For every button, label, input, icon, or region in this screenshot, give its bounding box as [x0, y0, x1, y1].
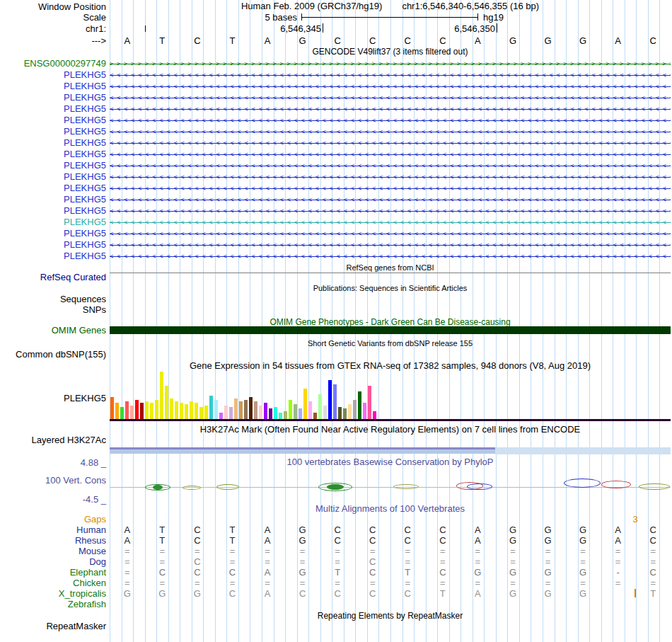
alignment-row-chicken[interactable]: Chicken================	[0, 578, 672, 588]
gene-strand-body[interactable]: <<<<<<<<<<<<<<<<<<<<<<<<<<<<<<<<<<<<<<<<…	[110, 126, 671, 137]
gene-label[interactable]: PLEKHG5	[0, 239, 106, 251]
repeatmasker-track-title[interactable]: Repeating Elements by RepeatMasker	[110, 611, 671, 621]
alignment-base: =	[601, 556, 636, 567]
gene-row-plekhg5[interactable]: PLEKHG5<<<<<<<<<<<<<<<<<<<<<<<<<<<<<<<<<…	[0, 205, 672, 217]
species-label[interactable]: Chicken	[0, 578, 106, 588]
gtex-gene-label[interactable]: PLEKHG5	[0, 393, 106, 403]
phylop-track-label[interactable]: 100 Vert. Cons	[0, 475, 106, 486]
gencode-track-title[interactable]: GENCODE V49lift37 (3 items filtered out)	[110, 47, 671, 57]
alignment-row-rhesus[interactable]: RhesusATCTAGCCCCAGGGAC	[0, 535, 672, 546]
gene-row-plekhg5[interactable]: PLEKHG5<<<<<<<<<<<<<<<<<<<<<<<<<<<<<<<<<…	[0, 228, 672, 239]
reference-base: T	[215, 35, 250, 47]
gene-strand-body[interactable]: <<<<<<<<<<<<<<<<<<<<<<<<<<<<<<<<<<<<<<<<…	[110, 239, 671, 251]
gene-row-plekhg5[interactable]: PLEKHG5<<<<<<<<<<<<<<<<<<<<<<<<<<<<<<<<<…	[0, 149, 672, 160]
alignment-row-elephant[interactable]: Elephant=CCCAGTCTCGGGG-C	[0, 567, 672, 578]
gene-label[interactable]: PLEKHG5	[0, 160, 106, 171]
gene-row-plekhg5[interactable]: PLEKHG5<<<<<<<<<<<<<<<<<<<<<<<<<<<<<<<<<…	[0, 239, 672, 251]
gene-label[interactable]: PLEKHG5	[0, 183, 106, 194]
refseq-dense-item[interactable]	[110, 273, 671, 273]
gene-label[interactable]: PLEKHG5	[0, 126, 106, 137]
species-label[interactable]: Human	[0, 525, 106, 535]
gene-label[interactable]: PLEKHG5	[0, 228, 106, 239]
gene-label[interactable]: PLEKHG5	[0, 92, 106, 103]
gene-strand-body[interactable]: <<<<<<<<<<<<<<<<<<<<<<<<<<<<<<<<<<<<<<<<…	[110, 183, 671, 194]
gene-strand-body[interactable]: <<<<<<<<<<<<<<<<<<<<<<<<<<<<<<<<<<<<<<<<…	[110, 194, 671, 205]
omim-genes-label[interactable]: OMIM Genes	[0, 325, 106, 336]
gene-row-plekhg5[interactable]: PLEKHG5<<<<<<<<<<<<<<<<<<<<<<<<<<<<<<<<<…	[0, 81, 672, 92]
gene-strand-body[interactable]: <<<<<<<<<<<<<<<<<<<<<<<<<<<<<<<<<<<<<<<<…	[110, 137, 671, 149]
species-label[interactable]: Zebrafish	[0, 599, 106, 609]
multiz-track-title[interactable]: Multiz Alignments of 100 Vertebrates	[110, 504, 671, 514]
species-label[interactable]: Mouse	[0, 546, 106, 556]
gene-strand-body[interactable]: <<<<<<<<<<<<<<<<<<<<<<<<<<<<<<<<<<<<<<<<…	[110, 217, 671, 228]
gene-row-plekhg5[interactable]: PLEKHG5<<<<<<<<<<<<<<<<<<<<<<<<<<<<<<<<<…	[0, 103, 672, 115]
gene-label[interactable]: PLEKHG5	[0, 149, 106, 160]
gtex-track-title[interactable]: Gene Expression in 54 tissues from GTEx …	[110, 361, 671, 371]
gene-label[interactable]: ENSG00000297749	[0, 58, 106, 69]
snps-track-label[interactable]: SNPs	[0, 304, 106, 315]
gene-row-plekhg5[interactable]: PLEKHG5<<<<<<<<<<<<<<<<<<<<<<<<<<<<<<<<<…	[0, 92, 672, 103]
gene-strand-body[interactable]: >>>>>>>>>>>>>>>>>>>>>>>>>>>>>>>>>>>>>>>>…	[110, 58, 671, 69]
alignment-row-zebrafish[interactable]: Zebrafish	[0, 599, 672, 609]
gene-label[interactable]: PLEKHG5	[0, 69, 106, 81]
gene-label[interactable]: PLEKHG5	[0, 205, 106, 217]
gene-row-plekhg5[interactable]: PLEKHG5<<<<<<<<<<<<<<<<<<<<<<<<<<<<<<<<<…	[0, 217, 672, 228]
refseq-track-title[interactable]: RefSeq genes from NCBI	[110, 263, 671, 273]
gene-row-plekhg5[interactable]: PLEKHG5<<<<<<<<<<<<<<<<<<<<<<<<<<<<<<<<<…	[0, 69, 672, 81]
gene-label[interactable]: PLEKHG5	[0, 137, 106, 149]
gene-label[interactable]: PLEKHG5	[0, 251, 106, 262]
dbsnp-track-title[interactable]: Short Genetic Variants from dbSNP releas…	[110, 338, 671, 348]
alignment-row-dog[interactable]: Dog==C====C========	[0, 556, 672, 567]
gene-strand-body[interactable]: <<<<<<<<<<<<<<<<<<<<<<<<<<<<<<<<<<<<<<<<…	[110, 149, 671, 160]
gene-row-plekhg5[interactable]: PLEKHG5<<<<<<<<<<<<<<<<<<<<<<<<<<<<<<<<<…	[0, 126, 672, 137]
gene-row-plekhg5[interactable]: PLEKHG5<<<<<<<<<<<<<<<<<<<<<<<<<<<<<<<<<…	[0, 251, 672, 262]
gtex-tissue-bar	[150, 403, 153, 420]
gene-row-plekhg5[interactable]: PLEKHG5<<<<<<<<<<<<<<<<<<<<<<<<<<<<<<<<<…	[0, 171, 672, 183]
h3k27ac-signal-right[interactable]	[495, 447, 671, 454]
gene-strand-body[interactable]: <<<<<<<<<<<<<<<<<<<<<<<<<<<<<<<<<<<<<<<<…	[110, 69, 671, 81]
repeatmasker-track-label[interactable]: RepeatMasker	[0, 621, 106, 631]
refseq-curated-label[interactable]: RefSeq Curated	[0, 272, 106, 282]
gene-row-plekhg5[interactable]: PLEKHG5<<<<<<<<<<<<<<<<<<<<<<<<<<<<<<<<<…	[0, 137, 672, 149]
gene-row-plekhg5[interactable]: PLEKHG5<<<<<<<<<<<<<<<<<<<<<<<<<<<<<<<<<…	[0, 115, 672, 126]
species-label[interactable]: Elephant	[0, 567, 106, 578]
alignment-row-human[interactable]: HumanATCTAGCCCCAGGGAC	[0, 525, 672, 535]
species-label[interactable]: Dog	[0, 556, 106, 567]
gene-label[interactable]: PLEKHG5	[0, 171, 106, 183]
species-label[interactable]: X_tropicalis	[0, 588, 106, 599]
alignment-row-x_tropicalis[interactable]: X_tropicalisGGGCACCCCTAGGGT	[0, 588, 672, 599]
gene-label[interactable]: PLEKHG5	[0, 81, 106, 92]
h3k27ac-track-label[interactable]: Layered H3K27Ac	[0, 435, 106, 445]
species-label[interactable]: Rhesus	[0, 535, 106, 546]
gene-label[interactable]: PLEKHG5	[0, 103, 106, 115]
gene-strand-body[interactable]: <<<<<<<<<<<<<<<<<<<<<<<<<<<<<<<<<<<<<<<<…	[110, 81, 671, 92]
gene-label[interactable]: PLEKHG5	[0, 217, 106, 228]
gene-row-plekhg5[interactable]: PLEKHG5<<<<<<<<<<<<<<<<<<<<<<<<<<<<<<<<<…	[0, 194, 672, 205]
gene-strand-body[interactable]: <<<<<<<<<<<<<<<<<<<<<<<<<<<<<<<<<<<<<<<<…	[110, 160, 671, 171]
gene-strand-body[interactable]: <<<<<<<<<<<<<<<<<<<<<<<<<<<<<<<<<<<<<<<<…	[110, 92, 671, 103]
h3k27ac-track-title[interactable]: H3K27Ac Mark (Often Found Near Active Re…	[110, 425, 671, 435]
gene-row-plekhg5[interactable]: PLEKHG5<<<<<<<<<<<<<<<<<<<<<<<<<<<<<<<<<…	[0, 160, 672, 171]
gene-label[interactable]: PLEKHG5	[0, 115, 106, 126]
alignment-base: C	[635, 525, 671, 535]
phylop-track-title[interactable]: 100 vertebrates Basewise Conservation by…	[110, 457, 671, 467]
gene-strand-body[interactable]: <<<<<<<<<<<<<<<<<<<<<<<<<<<<<<<<<<<<<<<<…	[110, 115, 671, 126]
gene-strand-body[interactable]: <<<<<<<<<<<<<<<<<<<<<<<<<<<<<<<<<<<<<<<<…	[110, 205, 671, 217]
sequences-track-label[interactable]: Sequences	[0, 294, 106, 304]
omim-track-title[interactable]: OMIM Gene Phenotypes - Dark Green Can Be…	[110, 317, 671, 327]
gtex-bar-chart[interactable]	[110, 372, 379, 420]
window-position-value: Human Feb. 2009 (GRCh37/hg19)chr1:6,546,…	[110, 1, 671, 11]
gene-strand-body[interactable]: <<<<<<<<<<<<<<<<<<<<<<<<<<<<<<<<<<<<<<<<…	[110, 171, 671, 183]
dbsnp-track-label[interactable]: Common dbSNP(155)	[0, 349, 106, 360]
omim-gene-bar[interactable]	[110, 326, 671, 334]
gene-row-plekhg5[interactable]: PLEKHG5<<<<<<<<<<<<<<<<<<<<<<<<<<<<<<<<<…	[0, 183, 672, 194]
alignment-row-mouse[interactable]: Mouse================	[0, 546, 672, 556]
alignment-bases: =CCCAGTCTCGGGG-C	[110, 567, 671, 578]
gene-strand-body[interactable]: <<<<<<<<<<<<<<<<<<<<<<<<<<<<<<<<<<<<<<<<…	[110, 251, 671, 262]
phylop-max-value: 4.88 _	[0, 457, 106, 468]
gene-label[interactable]: PLEKHG5	[0, 194, 106, 205]
gene-strand-body[interactable]: <<<<<<<<<<<<<<<<<<<<<<<<<<<<<<<<<<<<<<<<…	[110, 103, 671, 115]
gene-strand-body[interactable]: <<<<<<<<<<<<<<<<<<<<<<<<<<<<<<<<<<<<<<<<…	[110, 228, 671, 239]
publications-track-title[interactable]: Publications: Sequences in Scientific Ar…	[110, 283, 671, 293]
gene-row-ensg00000297749[interactable]: ENSG00000297749>>>>>>>>>>>>>>>>>>>>>>>>>…	[0, 58, 672, 69]
